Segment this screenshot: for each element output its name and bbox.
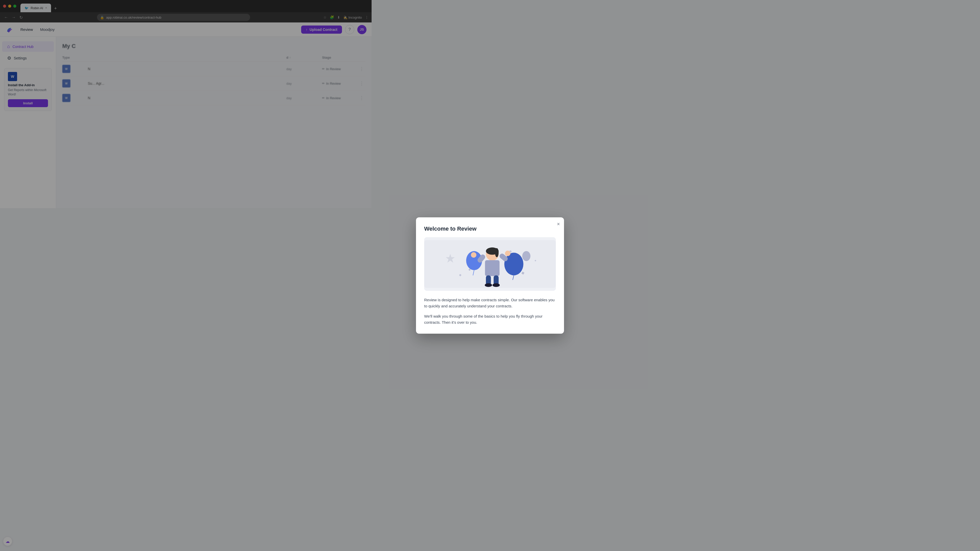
- modal-overlay[interactable]: × Welcome to Review: [0, 0, 372, 208]
